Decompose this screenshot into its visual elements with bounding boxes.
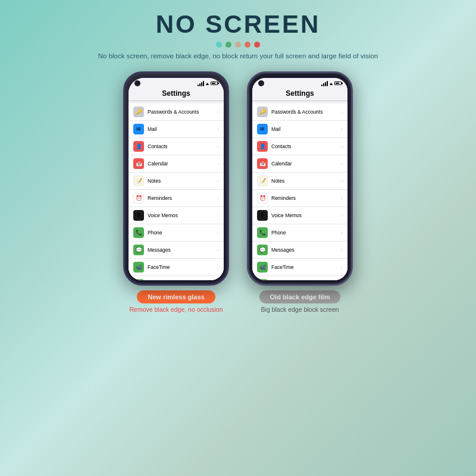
settings-item[interactable]: 📝Notes› xyxy=(129,173,224,190)
camera-hole xyxy=(258,80,264,86)
badge-section-right: Old black edge filmBig black edge block … xyxy=(259,290,341,313)
item-chevron: › xyxy=(341,109,343,115)
settings-item[interactable]: 🔑Passwords & Accounts› xyxy=(252,104,347,121)
settings-item[interactable]: 🗺Maps› xyxy=(252,276,347,280)
item-chevron: › xyxy=(217,127,219,132)
item-chevron: › xyxy=(217,196,219,201)
settings-item[interactable]: 📞Phone› xyxy=(252,224,347,242)
badge-label: Remove black edge, no occlusion xyxy=(129,306,223,313)
item-label: Notes xyxy=(271,178,341,184)
badge-label: Big black edge block screen xyxy=(261,306,339,313)
icon-ic-maps: 🗺 xyxy=(257,279,268,280)
color-dot xyxy=(245,42,250,48)
icon-ic-maps: 🗺 xyxy=(133,279,144,280)
item-label: Reminders xyxy=(271,195,341,201)
icon-ic-phone: 📞 xyxy=(133,227,144,238)
old-badge: Old black edge film xyxy=(259,290,341,303)
icon-ic-messages: 💬 xyxy=(133,245,144,255)
item-label: Phone xyxy=(148,230,217,236)
settings-item[interactable]: ✉Mail› xyxy=(129,121,224,138)
icon-ic-notes: 📝 xyxy=(257,176,268,186)
phone-wrapper-left: ▲Settings🔑Passwords & Accounts›✉Mail›👤Co… xyxy=(123,71,229,313)
item-label: Calendar xyxy=(148,161,217,167)
settings-item[interactable]: 👤Contacts› xyxy=(252,138,347,155)
item-label: Voice Memos xyxy=(271,212,341,218)
icon-ic-contacts: 👤 xyxy=(133,141,144,152)
phones-container: ▲Settings🔑Passwords & Accounts›✉Mail›👤Co… xyxy=(111,71,365,313)
item-label: Reminders xyxy=(148,195,217,201)
settings-item[interactable]: ⏰Reminders› xyxy=(252,190,347,207)
settings-header: Settings xyxy=(129,87,224,101)
settings-item[interactable]: 📝Notes› xyxy=(252,173,347,190)
item-chevron: › xyxy=(217,178,219,184)
item-label: FaceTime xyxy=(148,264,217,270)
color-dots xyxy=(12,42,464,48)
camera-hole xyxy=(134,80,140,86)
item-chevron: › xyxy=(341,161,343,167)
settings-header: Settings xyxy=(252,87,347,101)
settings-item[interactable]: 📹FaceTime› xyxy=(252,259,347,276)
badge-section-left: New rimless glassRemove black edge, no o… xyxy=(129,290,223,313)
phone-left: ▲Settings🔑Passwords & Accounts›✉Mail›👤Co… xyxy=(123,71,229,286)
settings-item[interactable]: 🎙Voice Memos› xyxy=(252,207,347,224)
item-chevron: › xyxy=(341,196,343,201)
color-dot xyxy=(216,42,222,48)
item-chevron: › xyxy=(217,265,219,270)
settings-item[interactable]: 🎙Voice Memos› xyxy=(129,207,224,224)
icon-ic-reminders: ⏰ xyxy=(133,193,144,203)
icon-ic-mail: ✉ xyxy=(133,124,144,134)
item-label: Messages xyxy=(271,247,341,253)
settings-item[interactable]: 🗺Maps› xyxy=(129,276,224,280)
phone-wrapper-right: ▲Settings🔑Passwords & Accounts›✉Mail›👤Co… xyxy=(247,71,353,313)
settings-item[interactable]: 📅Calendar› xyxy=(252,155,347,173)
item-chevron: › xyxy=(341,178,343,184)
icon-ic-passwords: 🔑 xyxy=(133,107,144,117)
color-dot xyxy=(226,42,231,48)
icon-ic-contacts: 👤 xyxy=(257,141,268,152)
main-title: NO SCREEN xyxy=(12,11,464,38)
item-label: FaceTime xyxy=(271,264,341,270)
settings-item[interactable]: 💬Messages› xyxy=(252,242,347,259)
settings-item[interactable]: 📞Phone› xyxy=(129,224,224,242)
icon-ic-reminders: ⏰ xyxy=(257,193,268,203)
settings-item[interactable]: 📅Calendar› xyxy=(129,155,224,173)
phone-right: ▲Settings🔑Passwords & Accounts›✉Mail›👤Co… xyxy=(247,71,353,286)
icon-ic-phone: 📞 xyxy=(257,227,268,238)
settings-item[interactable]: 👤Contacts› xyxy=(129,138,224,155)
item-chevron: › xyxy=(341,248,343,253)
icon-ic-calendar: 📅 xyxy=(133,158,144,169)
settings-item[interactable]: 📹FaceTime› xyxy=(129,259,224,276)
item-label: Calendar xyxy=(271,161,341,167)
item-label: Voice Memos xyxy=(148,212,217,218)
item-label: Contacts xyxy=(271,143,341,149)
item-chevron: › xyxy=(217,144,219,149)
item-chevron: › xyxy=(217,109,219,115)
item-chevron: › xyxy=(341,144,343,149)
item-chevron: › xyxy=(341,127,343,132)
settings-item[interactable]: 🔑Passwords & Accounts› xyxy=(129,104,224,121)
item-chevron: › xyxy=(341,213,343,218)
settings-item[interactable]: ⏰Reminders› xyxy=(129,190,224,207)
settings-item[interactable]: ✉Mail› xyxy=(252,121,347,138)
icon-ic-facetime: 📹 xyxy=(257,262,268,273)
item-label: Passwords & Accounts xyxy=(271,109,341,115)
icon-ic-notes: 📝 xyxy=(133,176,144,186)
item-chevron: › xyxy=(341,265,343,270)
item-chevron: › xyxy=(217,230,219,236)
icon-ic-messages: 💬 xyxy=(257,245,268,255)
item-chevron: › xyxy=(341,230,343,236)
item-chevron: › xyxy=(217,213,219,218)
icon-ic-mail: ✉ xyxy=(257,124,268,134)
icon-ic-voicememos: 🎙 xyxy=(133,210,144,221)
item-label: Mail xyxy=(148,126,217,132)
settings-item[interactable]: 💬Messages› xyxy=(129,242,224,259)
item-chevron: › xyxy=(217,161,219,167)
icon-ic-passwords: 🔑 xyxy=(257,107,268,117)
subtitle: No block screen, remove black edge, no b… xyxy=(36,51,440,61)
icon-ic-facetime: 📹 xyxy=(133,262,144,273)
icon-ic-calendar: 📅 xyxy=(257,158,268,169)
item-label: Passwords & Accounts xyxy=(148,109,217,115)
item-chevron: › xyxy=(217,248,219,253)
color-dot xyxy=(254,42,260,48)
icon-ic-voicememos: 🎙 xyxy=(257,210,268,221)
